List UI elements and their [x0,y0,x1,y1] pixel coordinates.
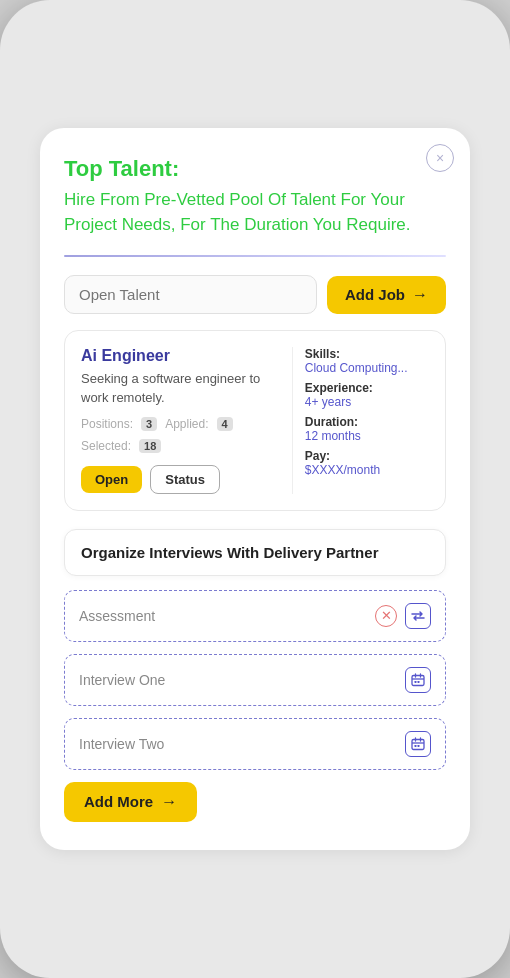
interview-two-label: Interview Two [79,736,164,752]
close-button[interactable]: × [426,144,454,172]
add-job-button[interactable]: Add Job → [327,276,446,314]
job-card: Ai Engineer Seeking a software engineer … [64,330,446,510]
applied-label: Applied: [165,417,208,431]
status-button[interactable]: Status [150,465,220,494]
search-row: Add Job → [64,275,446,314]
svg-rect-1 [415,681,417,683]
job-stats: Positions: 3 Applied: 4 Selected: 18 [81,417,280,453]
svg-rect-3 [412,739,424,749]
add-more-arrow-icon: → [161,793,177,811]
interview-one-label: Interview One [79,672,165,688]
skills-label: Skills: [305,347,429,361]
page-title: Top Talent: [64,156,446,182]
duration-value: 12 months [305,429,429,443]
calendar-icon-one[interactable] [405,667,431,693]
svg-rect-4 [415,745,417,747]
divider [64,255,446,257]
interview-two-icons [405,731,431,757]
svg-rect-5 [418,745,420,747]
page-subtitle: Hire From Pre-Vetted Pool Of Talent For … [64,188,446,237]
selected-value: 18 [139,439,161,453]
main-card: × Top Talent: Hire From Pre-Vetted Pool … [40,128,470,850]
job-left: Ai Engineer Seeking a software engineer … [81,347,280,493]
assessment-label: Assessment [79,608,155,624]
job-actions: Open Status [81,465,280,494]
add-more-button[interactable]: Add More → [64,782,197,822]
experience-value: 4+ years [305,395,429,409]
pay-value: $XXXX/month [305,463,429,477]
clear-icon[interactable]: ✕ [375,605,397,627]
assessment-icons: ✕ [375,603,431,629]
close-icon: × [436,150,444,166]
phone-container: × Top Talent: Hire From Pre-Vetted Pool … [0,0,510,978]
search-input[interactable] [64,275,317,314]
pay-label: Pay: [305,449,429,463]
add-more-label: Add More [84,793,153,810]
job-details: Skills: Cloud Computing... Experience: 4… [292,347,429,493]
skills-value: Cloud Computing... [305,361,429,375]
positions-value: 3 [141,417,157,431]
calendar-icon-two[interactable] [405,731,431,757]
arrow-right-icon: → [412,286,428,304]
selected-label: Selected: [81,439,131,453]
organize-section-header: Organize Interviews With Delivery Partne… [64,529,446,576]
interview-two-field: Interview Two [64,718,446,770]
job-title: Ai Engineer [81,347,280,365]
applied-value: 4 [217,417,233,431]
experience-label: Experience: [305,381,429,395]
interview-one-field: Interview One [64,654,446,706]
swap-icon[interactable] [405,603,431,629]
add-job-label: Add Job [345,286,405,303]
svg-rect-0 [412,675,424,685]
open-button[interactable]: Open [81,466,142,493]
duration-label: Duration: [305,415,429,429]
interview-one-icons [405,667,431,693]
svg-rect-2 [418,681,420,683]
assessment-field: Assessment ✕ [64,590,446,642]
job-description: Seeking a software engineer to work remo… [81,370,280,406]
positions-label: Positions: [81,417,133,431]
